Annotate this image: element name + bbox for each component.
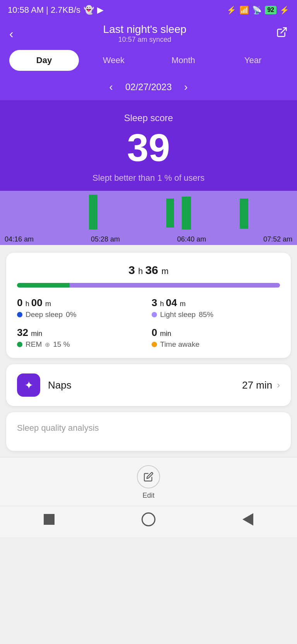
chart-time-3: 06:40 am (177, 235, 206, 243)
period-tabs: Day Week Month Year (0, 50, 297, 79)
chart-time-2: 05:28 am (91, 235, 120, 243)
light-sleep-stat: 3 h 04 m Light sleep 85% (152, 297, 280, 319)
awake-dot (152, 342, 157, 347)
status-left: 10:58 AM | 2.7KB/s 👻 ▶ (8, 5, 104, 15)
quality-card: Sleep quality analysis (6, 412, 291, 451)
rem-value: 32 min (17, 327, 145, 339)
nav-home-button[interactable] (142, 512, 155, 526)
deep-sleep-dot (17, 312, 22, 317)
status-bar: 10:58 AM | 2.7KB/s 👻 ▶ ⚡ 📶 📡 92 ⚡ (0, 0, 297, 20)
chart-times: 04:16 am 05:28 am 06:40 am 07:52 am (0, 233, 297, 245)
rem-label: REM ⊕ 15 % (17, 340, 145, 349)
header-subtitle: 10:57 am synced (103, 36, 186, 44)
naps-value: 27 min (242, 379, 272, 391)
bluetooth-icon: ⚡ (227, 5, 236, 15)
svg-line-0 (281, 28, 286, 33)
sleep-grid: 0 h 00 m Deep sleep 0% 3 h 04 m Light s (17, 297, 280, 349)
wifi-icon: 📡 (252, 5, 262, 15)
status-icon-ghost: 👻 (84, 5, 94, 15)
sleep-score-section: Sleep score 39 Slept better than 1 % of … (0, 100, 297, 191)
sleep-score-subtext: Slept better than 1 % of users (9, 173, 288, 183)
light-sleep-dot (152, 312, 157, 317)
stats-card: 3 h 36 m 0 h 00 m Deep sleep 0% 3 h (6, 253, 291, 358)
rem-dot (17, 342, 22, 347)
nav-back-button[interactable] (44, 514, 55, 525)
battery-icon: 92 (265, 6, 277, 14)
light-sleep-value: 3 h 04 m (152, 297, 280, 309)
naps-card[interactable]: ✦ Naps 27 min › (6, 364, 291, 406)
tab-week[interactable]: Week (79, 50, 148, 71)
chart-bar-2 (166, 199, 174, 228)
date-nav: ‹ 02/27/2023 › (0, 79, 297, 100)
tab-month[interactable]: Month (148, 50, 218, 71)
awake-label: Time awake (152, 340, 280, 349)
current-date: 02/27/2023 (125, 82, 172, 92)
share-button[interactable] (276, 26, 288, 41)
total-sleep: 3 h 36 m (17, 264, 280, 277)
status-right: ⚡ 📶 📡 92 ⚡ (227, 5, 289, 15)
tab-day[interactable]: Day (9, 50, 79, 71)
header-title: Last night's sleep (103, 23, 186, 36)
sleep-score-number: 39 (9, 128, 288, 167)
naps-label: Naps (48, 379, 242, 391)
back-button[interactable]: ‹ (9, 27, 14, 40)
nav-bar (0, 506, 297, 537)
edit-icon-circle[interactable] (137, 465, 160, 488)
header-center: Last night's sleep 10:57 am synced (103, 23, 186, 44)
deep-sleep-label: Deep sleep 0% (17, 310, 145, 319)
naps-icon: ✦ (17, 373, 40, 397)
chart-time-4: 07:52 am (263, 235, 292, 243)
nav-recents-button[interactable] (242, 513, 253, 526)
nav-triangle-icon (242, 513, 253, 526)
awake-stat: 0 min Time awake (152, 327, 280, 349)
chart-bar-4 (240, 199, 248, 229)
status-icon-play: ▶ (97, 5, 104, 15)
rem-stat: 32 min REM ⊕ 15 % (17, 327, 145, 349)
charging-icon: ⚡ (280, 5, 289, 15)
naps-chevron-icon: › (277, 380, 280, 391)
edit-label: Edit (142, 492, 154, 500)
edit-section: Edit (0, 457, 297, 506)
status-time: 10:58 AM | 2.7KB/s (8, 5, 80, 15)
nav-circle-icon (142, 512, 155, 526)
sleep-score-label: Sleep score (9, 113, 288, 123)
awake-value: 0 min (152, 327, 280, 339)
prev-date-button[interactable]: ‹ (109, 82, 113, 92)
light-sleep-label: Light sleep 85% (152, 310, 280, 319)
tab-year[interactable]: Year (218, 50, 288, 71)
chart-bar-1 (89, 195, 97, 230)
chart-time-1: 04:16 am (5, 235, 34, 243)
quality-label: Sleep quality analysis (17, 423, 280, 433)
deep-sleep-stat: 0 h 00 m Deep sleep 0% (17, 297, 145, 319)
deep-sleep-value: 0 h 00 m (17, 297, 145, 309)
chart-bar-3 (182, 197, 191, 230)
sleep-chart: 04:16 am 05:28 am 06:40 am 07:52 am (0, 191, 297, 245)
nav-square-icon (44, 514, 55, 525)
sleep-bar (17, 283, 280, 288)
header: ‹ Last night's sleep 10:57 am synced (0, 20, 297, 50)
signal-icon: 📶 (239, 5, 249, 15)
next-date-button[interactable]: › (184, 82, 188, 92)
